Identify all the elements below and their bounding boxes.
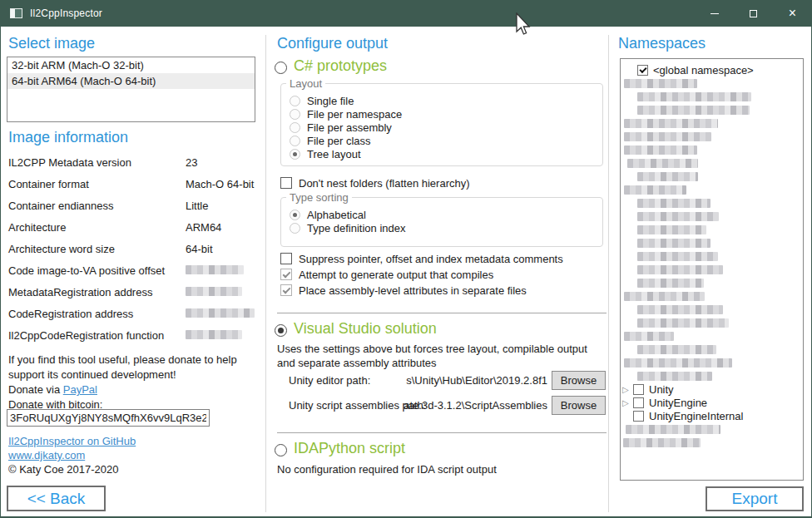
- redacted-namespace: [637, 305, 723, 314]
- namespace-row[interactable]: ▷: [621, 289, 803, 303]
- flatten-checkbox-row[interactable]: Don't nest folders (flatten hierarchy): [280, 176, 470, 190]
- option-checkbox: [280, 269, 292, 280]
- visual-studio-radio[interactable]: [275, 324, 287, 337]
- redacted-namespace: [637, 239, 710, 248]
- select-image-title: Select image: [8, 35, 95, 52]
- namespace-row[interactable]: ▷: [621, 263, 803, 276]
- namespace-row[interactable]: ▷: [621, 170, 803, 183]
- namespace-row[interactable]: ▷: [621, 130, 803, 143]
- close-button[interactable]: ×: [773, 0, 812, 27]
- namespace-row[interactable]: ▷: [621, 143, 803, 156]
- redacted-namespace: [637, 106, 750, 115]
- namespace-row[interactable]: ▷: [621, 276, 803, 289]
- namespace-row[interactable]: ▷: [621, 76, 803, 90]
- namespace-row[interactable]: ▷: [621, 156, 803, 170]
- info-row: Architecture word size64-bit: [8, 243, 260, 264]
- namespace-row[interactable]: ▷: [621, 223, 803, 236]
- option-checkbox-row[interactable]: Suppress pointer, offset and index metad…: [280, 252, 563, 265]
- info-label: Container endianness: [8, 200, 186, 212]
- redacted-namespace: [637, 212, 719, 221]
- layout-option: File per class: [290, 134, 596, 147]
- namespace-checkbox[interactable]: [633, 384, 644, 395]
- export-button[interactable]: Export: [706, 486, 804, 511]
- radio-icon: [290, 109, 300, 120]
- option-checkbox-label: Suppress pointer, offset and index metad…: [299, 253, 563, 265]
- info-label: IL2CPP Metadata version: [8, 156, 186, 169]
- info-label: Il2CppCodeRegistration function: [8, 329, 186, 342]
- github-link[interactable]: Il2CppInspector on GitHub: [8, 435, 136, 447]
- maximize-button[interactable]: [734, 0, 773, 27]
- type-sorting-group-title: Type sorting: [286, 191, 352, 204]
- csharp-prototypes-label[interactable]: C# prototypes: [294, 57, 387, 75]
- radio-icon: [290, 149, 300, 160]
- namespace-row[interactable]: ▷: [621, 316, 803, 329]
- redacted-value: [186, 265, 244, 274]
- image-list-item[interactable]: 64-bit ARM64 (Mach-O 64-bit): [7, 73, 255, 89]
- layout-option: File per assembly: [290, 121, 596, 134]
- github-link-line: Il2CppInspector on GitHub: [8, 435, 136, 447]
- redacted-value: [186, 330, 242, 339]
- info-value: ARM64: [186, 221, 221, 234]
- namespace-row[interactable]: ▷: [621, 329, 803, 343]
- namespace-row[interactable]: ▷: [621, 196, 803, 210]
- section-divider-1: [277, 313, 607, 313]
- browse-script-path-button[interactable]: Browse: [552, 396, 606, 415]
- image-list-item[interactable]: 32-bit ARM (Mach-O 32-bit): [7, 57, 255, 73]
- donate-via-text: Donate via: [8, 383, 63, 396]
- minimize-button[interactable]: [695, 0, 734, 27]
- back-button[interactable]: << Back: [7, 486, 106, 511]
- redacted-namespace: [624, 79, 697, 88]
- browse-editor-path-button[interactable]: Browse: [552, 371, 606, 390]
- namespace-row[interactable]: ▷: [621, 103, 803, 116]
- website-link[interactable]: www.djkaty.com: [8, 449, 85, 461]
- namespace-row[interactable]: ▷UnityEngineInternal: [621, 409, 803, 422]
- idapython-label[interactable]: IDAPython script: [294, 440, 405, 457]
- csharp-prototypes-radio[interactable]: [275, 62, 287, 74]
- namespace-row[interactable]: ▷: [621, 369, 803, 382]
- namespace-row[interactable]: ▷: [621, 303, 803, 316]
- idapython-radio[interactable]: [275, 444, 287, 456]
- option-checkbox-label: Place assembly-level attributes in separ…: [299, 284, 527, 297]
- window-title: Il2CppInspector: [30, 7, 102, 19]
- namespace-row[interactable]: ▷: [621, 183, 803, 196]
- visual-studio-label[interactable]: Visual Studio solution: [294, 320, 437, 338]
- namespace-row[interactable]: ▷: [621, 210, 803, 223]
- radio-icon: [290, 136, 300, 146]
- namespace-label: Unity: [649, 383, 674, 396]
- type-sorting-options: Alphabetical Type definition index: [290, 208, 596, 234]
- namespace-row[interactable]: ▷: [621, 236, 803, 249]
- redacted-namespace: [637, 345, 716, 354]
- namespace-checkbox[interactable]: [633, 411, 644, 422]
- namespace-row[interactable]: ▷: [621, 422, 803, 436]
- radio-icon: [290, 210, 300, 220]
- flatten-checkbox[interactable]: [280, 177, 292, 189]
- option-checkbox-row[interactable]: Place assembly-level attributes in separ…: [280, 284, 527, 297]
- namespace-row[interactable]: ▷: [621, 356, 803, 369]
- namespace-row[interactable]: ▷: [621, 343, 803, 356]
- radio-label: Tree layout: [307, 148, 361, 160]
- namespace-checkbox[interactable]: [633, 397, 644, 408]
- option-checkbox-row[interactable]: Attempt to generate output that compiles: [280, 268, 493, 281]
- redacted-namespace: [637, 92, 751, 101]
- section-divider-2: [277, 432, 607, 433]
- paypal-link[interactable]: PayPal: [63, 383, 97, 396]
- expander-icon[interactable]: ▷: [622, 385, 633, 394]
- namespace-row[interactable]: ▷: [621, 116, 803, 130]
- bitcoin-address-input[interactable]: [7, 409, 210, 427]
- unity-script-path-value[interactable]: ate.3d-3.1.2\ScriptAssemblies: [358, 399, 547, 412]
- flatten-checkbox-label: Don't nest folders (flatten hierarchy): [299, 177, 470, 190]
- image-info-table: IL2CPP Metadata version23 Container form…: [8, 156, 260, 351]
- expander-icon[interactable]: ▷: [622, 398, 633, 407]
- sorting-option: Type definition index: [290, 221, 596, 234]
- namespace-row[interactable]: ▷UnityEngine: [621, 396, 803, 409]
- configure-output-title: Configure output: [277, 35, 388, 52]
- unity-editor-path-value[interactable]: s\Unity\Hub\Editor\2019.2.8f1: [358, 374, 547, 387]
- namespace-row[interactable]: ▷<global namespace>: [621, 63, 803, 76]
- namespace-row[interactable]: ▷: [621, 90, 803, 103]
- namespace-row[interactable]: ▷Unity: [621, 382, 803, 396]
- namespace-row[interactable]: ▷: [621, 249, 803, 263]
- info-label: Architecture word size: [8, 243, 186, 255]
- namespace-checkbox[interactable]: [637, 65, 648, 76]
- namespaces-title: Namespaces: [618, 35, 706, 52]
- namespace-row[interactable]: ▷: [621, 436, 803, 449]
